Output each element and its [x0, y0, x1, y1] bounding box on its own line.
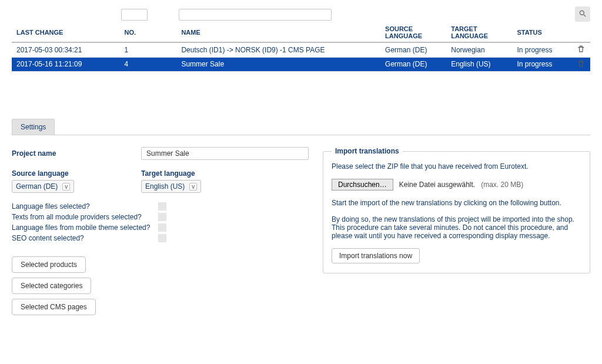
- search-icon: [578, 9, 587, 19]
- import-intro: Please select the ZIP file that you have…: [332, 162, 581, 171]
- table-row[interactable]: 2017-05-03 00:34:21 1 Deutsch (ID1) -> N…: [12, 42, 590, 57]
- filter-no-input[interactable]: [121, 9, 148, 21]
- svg-point-0: [580, 11, 584, 15]
- seo-checkbox[interactable]: [158, 234, 166, 242]
- file-hint: (max. 20 MB): [481, 181, 523, 189]
- cell-lastchange: 2017-05-03 00:34:21: [12, 42, 120, 57]
- chevron-down-icon: v: [189, 183, 197, 191]
- chevron-down-icon: v: [62, 183, 70, 191]
- selected-categories-button[interactable]: Selected categories: [12, 278, 91, 294]
- import-start-hint: Start the import of the new translations…: [332, 199, 581, 207]
- cell-no: 4: [120, 57, 177, 72]
- selected-products-button[interactable]: Selected products: [12, 256, 86, 273]
- source-language-label: Source language: [12, 169, 141, 178]
- lang-files-label: Language files selected?: [12, 202, 158, 211]
- table-row[interactable]: 2017-05-16 11:21:09 4 Summer Sale German…: [12, 57, 590, 72]
- tab-settings[interactable]: Settings: [12, 119, 55, 135]
- mobile-theme-label: Language files from mobile theme selecte…: [12, 223, 158, 232]
- cell-tgt: Norwegian: [446, 42, 512, 57]
- svg-line-1: [584, 14, 586, 16]
- col-name[interactable]: NAME: [176, 23, 380, 42]
- cell-lastchange: 2017-05-16 11:21:09: [12, 57, 120, 72]
- trash-icon[interactable]: [577, 61, 586, 69]
- cell-status: In progress: [512, 57, 572, 72]
- import-warning-2: This procedure can take several minutes.…: [332, 223, 581, 240]
- mobile-theme-checkbox[interactable]: [158, 223, 166, 232]
- col-no[interactable]: NO.: [120, 23, 177, 42]
- cell-tgt: English (US): [446, 57, 512, 72]
- source-language-value: German (DE): [16, 182, 62, 191]
- cell-name: Deutsch (ID1) -> NORSK (ID9) -1 CMS PAGE: [176, 42, 380, 57]
- import-warning-1: By doing so, the new translations of thi…: [332, 215, 581, 223]
- cell-src: German (DE): [380, 57, 446, 72]
- selected-cms-pages-button[interactable]: Selected CMS pages: [12, 299, 96, 315]
- target-language-value: English (US): [145, 182, 189, 191]
- target-language-label: Target language: [141, 169, 270, 178]
- seo-label: SEO content selected?: [12, 234, 158, 242]
- cell-status: In progress: [512, 42, 572, 57]
- module-texts-label: Texts from all module providers selected…: [12, 213, 158, 221]
- search-button[interactable]: [575, 6, 590, 22]
- filter-name-input[interactable]: [179, 9, 332, 21]
- projects-table: LAST CHANGE NO. NAME SOURCE LANGUAGE TAR…: [12, 23, 590, 72]
- col-actions: [572, 23, 590, 42]
- import-legend: Import translations: [332, 147, 403, 155]
- col-source-language[interactable]: SOURCE LANGUAGE: [380, 23, 446, 42]
- project-name-label: Project name: [12, 149, 141, 158]
- trash-icon[interactable]: [577, 47, 586, 55]
- project-name-input[interactable]: [141, 147, 309, 160]
- cell-no: 1: [120, 42, 177, 57]
- col-status[interactable]: STATUS: [512, 23, 572, 42]
- file-status: Keine Datei ausgewählt.: [399, 181, 475, 189]
- lang-files-checkbox[interactable]: [158, 202, 166, 211]
- module-texts-checkbox[interactable]: [158, 213, 166, 221]
- cell-src: German (DE): [380, 42, 446, 57]
- import-now-button[interactable]: Import translations now: [332, 248, 420, 263]
- cell-name: Summer Sale: [176, 57, 380, 72]
- target-language-select[interactable]: English (US) v: [141, 180, 201, 193]
- browse-file-button[interactable]: Durchsuchen…: [332, 179, 393, 191]
- import-fieldset: Import translations Please select the ZI…: [323, 147, 590, 273]
- col-target-language[interactable]: TARGET LANGUAGE: [446, 23, 512, 42]
- col-lastchange[interactable]: LAST CHANGE: [12, 23, 120, 42]
- source-language-select[interactable]: German (DE) v: [12, 180, 74, 193]
